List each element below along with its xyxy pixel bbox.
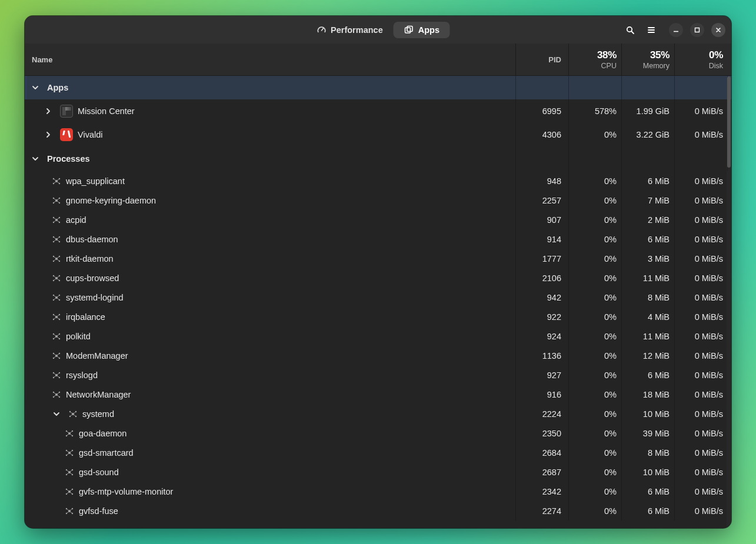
maximize-button[interactable] [690,23,704,37]
scrollbar-track[interactable] [727,76,731,528]
tab-apps[interactable]: Apps [394,22,450,38]
process-icon [52,235,61,244]
cell-pid: 1136 [516,346,569,365]
column-pid[interactable]: PID [516,44,569,75]
window-controls [669,23,725,37]
cell-pid: 924 [516,326,569,346]
close-button[interactable] [711,23,725,37]
expand-icon[interactable] [31,154,40,163]
column-disk[interactable]: 0% Disk [675,44,728,75]
process-icon [52,273,61,283]
cell-name: cups-browsed [66,273,119,283]
table-row[interactable]: gsd-smartcard 2684 0% 8 MiB 0 MiB/s [25,443,731,462]
process-icon [52,351,61,361]
table-row[interactable]: gsd-sound 2687 0% 10 MiB 0 MiB/s [25,462,731,482]
cell-cpu: 0% [569,123,622,146]
group-apps[interactable]: Apps [25,76,731,99]
cell-cpu: 578% [569,99,622,123]
table-row[interactable]: goa-daemon 2350 0% 39 MiB 0 MiB/s [25,423,731,443]
process-icon [65,487,74,496]
cell-cpu: 0% [569,346,622,365]
table-row[interactable]: NetworkManager 916 0% 18 MiB 0 MiB/s [25,385,731,404]
cell-name: ModemManager [66,351,128,361]
cell-cpu: 0% [569,171,622,191]
expand-icon[interactable] [31,83,40,92]
cell-cpu: 0% [569,462,622,482]
table-row[interactable]: gnome-keyring-daemon 2257 0% 7 MiB 0 MiB… [25,191,731,210]
cell-memory: 8 MiB [622,288,675,307]
cell-pid: 916 [516,385,569,404]
table-header: Name PID 38% CPU 35% Memory 0% Disk [25,44,731,76]
cell-disk: 0 MiB/s [675,501,728,520]
cell-name: Mission Center [78,106,135,116]
table-row[interactable]: Vivaldi 4306 0% 3.22 GiB 0 MiB/s [25,123,731,146]
cell-cpu: 0% [569,501,622,520]
cell-pid: 942 [516,288,569,307]
cell-cpu: 0% [569,268,622,288]
cell-disk: 0 MiB/s [675,99,728,123]
content-area: Name PID 38% CPU 35% Memory 0% Disk Apps… [25,44,731,528]
cell-name: gsd-smartcard [79,448,134,458]
table-row[interactable]: rsyslogd 927 0% 6 MiB 0 MiB/s [25,365,731,385]
cell-memory: 12 MiB [622,346,675,365]
column-memory[interactable]: 35% Memory [622,44,675,75]
cell-memory: 3 MiB [622,249,675,268]
process-icon [52,390,61,399]
expand-icon[interactable] [44,130,53,139]
cell-pid: 2687 [516,462,569,482]
table-row[interactable]: gvfsd-fuse 2274 0% 6 MiB 0 MiB/s [25,501,731,520]
cell-memory: 1.99 GiB [622,99,675,123]
cell-pid: 948 [516,171,569,191]
tab-performance[interactable]: Performance [306,22,394,38]
table-row[interactable]: ModemManager 1136 0% 12 MiB 0 MiB/s [25,346,731,365]
expand-icon[interactable] [44,106,53,116]
cell-cpu: 0% [569,385,622,404]
svg-rect-1 [407,26,412,31]
cell-memory: 7 MiB [622,191,675,210]
table-row[interactable]: wpa_supplicant 948 0% 6 MiB 0 MiB/s [25,171,731,191]
group-apps-label: Apps [47,83,68,92]
view-switcher: Performance Apps [306,22,450,38]
table-row[interactable]: irqbalance 922 0% 4 MiB 0 MiB/s [25,307,731,326]
expand-icon[interactable] [52,409,61,419]
column-cpu[interactable]: 38% CPU [569,44,622,75]
table-row[interactable]: gvfs-mtp-volume-monitor 2342 0% 6 MiB 0 … [25,482,731,501]
headerbar-right [623,23,727,37]
cell-cpu: 0% [569,307,622,326]
svg-rect-0 [405,28,411,33]
cell-memory: 8 MiB [622,443,675,462]
cell-memory: 10 MiB [622,404,675,423]
app-window: Performance Apps [25,16,731,528]
process-icon [52,293,61,302]
cell-disk: 0 MiB/s [675,249,728,268]
menu-button[interactable] [644,23,658,37]
cell-name: wpa_supplicant [66,176,125,186]
cell-pid: 907 [516,210,569,229]
minimize-button[interactable] [669,23,683,37]
cell-pid: 1777 [516,249,569,268]
cell-cpu: 0% [569,482,622,501]
cell-pid: 4306 [516,123,569,146]
table-row[interactable]: acpid 907 0% 2 MiB 0 MiB/s [25,210,731,229]
scrollbar-thumb[interactable] [727,76,731,168]
cell-name: dbus-daemon [66,235,118,244]
process-icon [65,429,74,438]
table-row[interactable]: Mission Center 6995 578% 1.99 GiB 0 MiB/… [25,99,731,123]
table-row[interactable]: rtkit-daemon 1777 0% 3 MiB 0 MiB/s [25,249,731,268]
cell-disk: 0 MiB/s [675,482,728,501]
group-processes[interactable]: Processes [25,146,731,171]
cell-name: systemd-logind [66,293,124,302]
cell-disk: 0 MiB/s [675,171,728,191]
table-row[interactable]: cups-browsed 2106 0% 11 MiB 0 MiB/s [25,268,731,288]
cell-name: gsd-sound [79,468,119,477]
cell-disk: 0 MiB/s [675,307,728,326]
process-icon [52,196,61,205]
table-row[interactable]: systemd 2224 0% 10 MiB 0 MiB/s [25,404,731,423]
column-name[interactable]: Name [25,44,516,75]
table-row[interactable]: polkitd 924 0% 11 MiB 0 MiB/s [25,326,731,346]
table-row[interactable]: dbus-daemon 914 0% 6 MiB 0 MiB/s [25,229,731,249]
table-row[interactable]: systemd-logind 942 0% 8 MiB 0 MiB/s [25,288,731,307]
cell-name: NetworkManager [66,390,131,399]
group-processes-label: Processes [47,154,90,163]
search-button[interactable] [623,23,637,37]
